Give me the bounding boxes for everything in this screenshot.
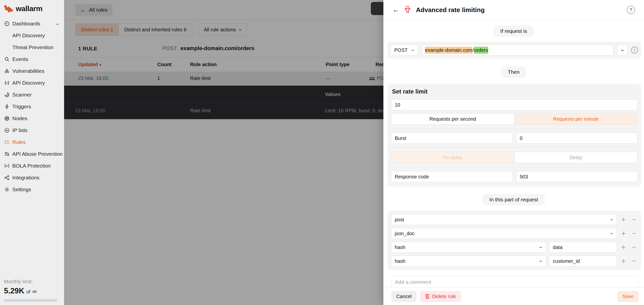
sidebar-item-triggers[interactable]: Triggers — [0, 101, 64, 113]
monthly-limit-of: of — [26, 289, 30, 295]
add-part-button[interactable] — [620, 257, 627, 265]
plus-icon — [621, 258, 626, 264]
plus-icon — [621, 231, 626, 236]
logo[interactable]: wallarm — [0, 0, 64, 13]
sidebar-item-integrations[interactable]: Integrations — [0, 172, 64, 184]
search-icon — [4, 56, 10, 62]
panel-header: ← Advanced rate limiting ? — [384, 0, 644, 20]
sidebar-item-nodes[interactable]: Nodes — [0, 113, 64, 124]
method-select[interactable]: POST — [390, 45, 418, 56]
then-pill: Then — [501, 66, 527, 78]
minus-icon — [631, 217, 636, 222]
info-icon[interactable]: i — [631, 47, 638, 54]
part-type-select[interactable]: hash — [391, 256, 546, 266]
part-type-select[interactable]: hash — [391, 242, 546, 253]
request-part-row: hash — [391, 256, 638, 266]
url-dropdown-button[interactable] — [617, 45, 628, 56]
gauge-icon — [4, 21, 10, 27]
remove-part-button[interactable] — [630, 216, 638, 223]
if-request-is-pill: If request is — [493, 26, 534, 37]
sidebar-item-threat-prevention[interactable]: Threat Prevention — [0, 42, 64, 53]
url-condition-input[interactable]: example-domain.com/orders — [422, 45, 614, 56]
monthly-limit-widget: Monthly limit: 5.29K of ∞ — [4, 279, 60, 301]
ip-lists-icon: IP — [4, 127, 10, 133]
no-delay-option[interactable]: No delay — [391, 152, 514, 163]
part-type-select[interactable]: post — [391, 214, 617, 225]
biohazard-icon — [4, 68, 10, 74]
svg-text:ID: ID — [6, 165, 8, 167]
trash-icon — [425, 294, 430, 299]
part-type-select[interactable]: json_doc — [391, 228, 617, 239]
chevron-down-icon — [620, 48, 624, 52]
nodes-icon — [4, 116, 10, 121]
in-part-of-request-pill: In this part of request — [482, 194, 545, 205]
add-part-button[interactable] — [620, 243, 627, 251]
sidebar-item-scanner[interactable]: Scanner — [0, 89, 64, 101]
advanced-rate-limiting-panel: ← Advanced rate limiting ? If request is… — [384, 0, 644, 305]
bola-id-icon: ID — [4, 163, 10, 169]
burst-value-input[interactable] — [516, 133, 638, 144]
url-path-token: orders — [474, 47, 488, 54]
sidebar-item-vulnerabilities[interactable]: Vulnerabilities — [0, 65, 64, 77]
add-part-button[interactable] — [620, 230, 627, 237]
gear-icon — [4, 187, 10, 192]
cancel-button[interactable]: Cancel — [391, 291, 416, 302]
remove-part-button[interactable] — [630, 243, 638, 251]
sidebar-item-api-discovery-dash[interactable]: API Discovery — [0, 30, 64, 42]
delete-rule-button[interactable]: Delete rule — [420, 291, 461, 302]
chevron-down-icon[interactable] — [56, 22, 60, 27]
minus-icon — [631, 258, 636, 264]
response-code-label: Response code — [391, 171, 512, 182]
rate-limit-heading: Set rate limit — [391, 88, 638, 95]
remove-part-button[interactable] — [630, 257, 638, 265]
monthly-limit-label: Monthly limit: — [4, 279, 60, 284]
add-part-button[interactable] — [620, 216, 627, 223]
plus-icon — [621, 244, 626, 250]
divider — [388, 148, 641, 148]
sidebar-item-dashboards[interactable]: Dashboards — [0, 18, 64, 30]
sidebar-item-ip-lists[interactable]: IP IP lists — [0, 124, 64, 136]
braces-check-icon — [4, 80, 10, 86]
part-key-input[interactable] — [549, 242, 617, 253]
panel-back-button[interactable]: ← — [392, 7, 399, 13]
chevron-down-icon — [610, 218, 613, 221]
remove-part-button[interactable] — [630, 230, 638, 237]
svg-text:IP: IP — [6, 129, 8, 132]
divider — [388, 129, 641, 129]
requests-per-second-option[interactable]: Requests per second — [391, 114, 514, 124]
request-part-row: hash — [391, 242, 638, 253]
sidebar-item-events[interactable]: Events — [0, 53, 64, 65]
request-part-row: json_doc — [391, 228, 638, 239]
url-separator: / — [472, 47, 474, 53]
delay-segmented: No delay Delay — [391, 152, 638, 163]
comment-textarea[interactable] — [391, 276, 638, 287]
part-key-input[interactable] — [549, 256, 617, 266]
url-domain-token: example-domain.com — [425, 47, 472, 54]
help-icon[interactable]: ? — [627, 6, 635, 14]
rate-limit-card: Set rate limit Requests per second Reque… — [388, 84, 641, 187]
rate-limit-funnel-icon — [404, 6, 411, 14]
monthly-limit-progressbar — [4, 299, 57, 301]
sidebar-item-rules[interactable]: Rules — [0, 136, 64, 148]
requests-per-minute-option[interactable]: Requests per minute — [514, 114, 638, 124]
integrations-icon — [4, 175, 10, 181]
sidebar-item-api-discovery[interactable]: API Discovery — [0, 77, 64, 89]
request-part-row: post — [391, 214, 638, 225]
response-code-input[interactable] — [516, 171, 638, 182]
rate-limit-value-input[interactable] — [391, 99, 638, 110]
burst-label: Burst — [391, 133, 512, 144]
delay-option[interactable]: Delay — [514, 152, 638, 163]
wallarm-app: wallarm Dashboards API Discovery Threat … — [0, 0, 644, 305]
monthly-limit-value: 5.29K — [4, 286, 24, 295]
minus-icon — [631, 231, 636, 236]
wallarm-logo-icon — [4, 5, 14, 12]
rate-unit-segmented: Requests per second Requests per minute — [391, 113, 638, 125]
infinity-symbol: ∞ — [32, 288, 36, 295]
save-button[interactable]: Save — [617, 291, 638, 302]
request-parts-card: post json_doc hash — [388, 211, 641, 270]
sidebar-item-settings[interactable]: Settings — [0, 184, 64, 195]
sidebar-item-bola-protection[interactable]: ID BOLA Protection — [0, 160, 64, 172]
sidebar-item-api-abuse-prevention[interactable]: API Abuse Prevention — [0, 148, 64, 160]
panel-title: Advanced rate limiting — [416, 6, 622, 14]
request-condition-card: POST example-domain.com/orders i — [388, 42, 641, 59]
